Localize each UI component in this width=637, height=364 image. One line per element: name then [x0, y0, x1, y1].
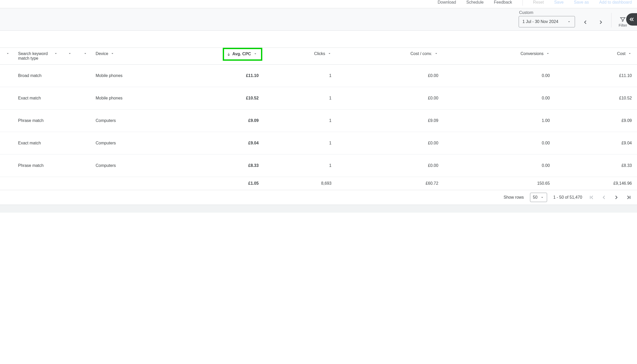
feedback-action[interactable]: Feedback: [494, 0, 512, 5]
divider: [611, 13, 611, 27]
caret-down-icon: [567, 20, 571, 24]
column-menu-1[interactable]: [6, 52, 10, 56]
caret-down-icon: [546, 51, 550, 56]
cell-conversions: 0.00: [441, 132, 552, 154]
cell-cost-conv: £0.00: [334, 132, 441, 154]
last-page-icon: [626, 194, 632, 200]
reset-action[interactable]: Reset: [533, 0, 544, 5]
save-as-action[interactable]: Save as: [574, 0, 589, 5]
date-range-label: Custom: [519, 10, 575, 15]
cell-match-type: Exact match: [16, 87, 62, 110]
download-action[interactable]: Download: [438, 0, 456, 5]
date-block: Custom 1 Jul - 30 Nov 2024: [519, 10, 575, 27]
last-page-button[interactable]: [626, 194, 632, 200]
cell-cost: £9.04: [552, 132, 637, 154]
caret-down-icon: [68, 51, 72, 56]
table-row[interactable]: Broad matchMobile phones£11.101£0.000.00…: [0, 65, 637, 87]
caret-down-icon: [6, 51, 10, 56]
caret-down-icon: [83, 51, 87, 56]
chevron-right-icon: [613, 194, 619, 200]
totals-clicks: 8,693: [261, 177, 334, 190]
column-menu-cost[interactable]: [628, 51, 632, 57]
first-page-icon: [588, 194, 595, 200]
col-header-clicks[interactable]: Clicks: [261, 48, 334, 65]
col-header-conversions[interactable]: Conversions: [441, 48, 552, 65]
report-table-wrap: Search keyword match type Devic: [0, 48, 637, 190]
col-header-device-label: Device: [96, 51, 108, 56]
cell-device: Computers: [93, 110, 137, 132]
cell-avg-cpc: £10.52: [137, 87, 261, 110]
date-next-button[interactable]: [596, 17, 606, 27]
col-header-match-type[interactable]: Search keyword match type: [16, 48, 62, 65]
rows-per-page-value: 50: [533, 195, 538, 200]
avg-cpc-highlight: Avg. CPC: [223, 48, 262, 61]
cell-cost: £8.33: [552, 154, 637, 177]
cell-clicks: 1: [261, 154, 334, 177]
cell-clicks: 1: [261, 65, 334, 87]
first-page-button[interactable]: [588, 194, 595, 200]
totals-cost: £9,146.96: [552, 177, 637, 190]
column-menu-3[interactable]: [83, 52, 87, 56]
column-menu-2[interactable]: [68, 52, 72, 56]
totals-avg-cpc: £1.05: [137, 177, 261, 190]
pagination-range: 1 - 50 of 51,470: [553, 195, 582, 200]
column-menu-device[interactable]: [110, 51, 114, 57]
table-row[interactable]: Phrase matchComputers£8.331£0.000.00£8.3…: [0, 154, 637, 177]
date-prev-button[interactable]: [580, 17, 590, 27]
bottom-strip: [0, 205, 637, 213]
col-header-cost[interactable]: Cost: [552, 48, 637, 65]
chevron-double-left-icon: [628, 16, 635, 22]
report-table: Search keyword match type Devic: [0, 48, 637, 190]
column-menu-cost-conv[interactable]: [434, 51, 438, 57]
schedule-action[interactable]: Schedule: [466, 0, 484, 5]
rows-per-page-select[interactable]: 50: [530, 193, 547, 202]
col-header-cost-conv[interactable]: Cost / conv.: [334, 48, 441, 65]
column-menu-match-type[interactable]: [54, 51, 58, 57]
cell-match-type: Phrase match: [16, 154, 62, 177]
date-filter-bar: Custom 1 Jul - 30 Nov 2024 Filter: [0, 8, 637, 31]
col-header-clicks-label: Clicks: [314, 51, 325, 56]
pagination-bar: Show rows 50 1 - 50 of 51,470: [0, 190, 637, 205]
cell-device: Computers: [93, 132, 137, 154]
next-page-button[interactable]: [613, 194, 619, 200]
chevron-left-icon: [582, 19, 588, 25]
save-action[interactable]: Save: [554, 0, 563, 5]
top-toolbar: Download Schedule Feedback Reset Save Sa…: [0, 0, 637, 8]
cell-cost: £9.09: [552, 110, 637, 132]
prev-page-button[interactable]: [601, 194, 607, 200]
col-header-avg-cpc[interactable]: Avg. CPC: [137, 48, 261, 65]
cell-match-type: Broad match: [16, 65, 62, 87]
table-row[interactable]: Exact matchMobile phones£10.521£0.000.00…: [0, 87, 637, 110]
cell-clicks: 1: [261, 132, 334, 154]
cell-avg-cpc: £9.04: [137, 132, 261, 154]
col-header-avg-cpc-label: Avg. CPC: [232, 52, 251, 56]
collapse-panel-button[interactable]: [626, 13, 637, 26]
date-range-picker[interactable]: 1 Jul - 30 Nov 2024: [519, 16, 575, 27]
cell-device: Mobile phones: [93, 87, 137, 110]
caret-down-icon: [327, 51, 332, 56]
cell-clicks: 1: [261, 110, 334, 132]
table-header-row: Search keyword match type Devic: [0, 48, 637, 65]
blank-strip: [0, 31, 637, 48]
filter-label: Filter: [619, 23, 627, 27]
cell-cost-conv: £0.00: [334, 87, 441, 110]
add-to-dashboard-action[interactable]: Add to dashboard: [599, 0, 632, 5]
column-menu-clicks[interactable]: [327, 51, 332, 57]
table-row[interactable]: Exact matchComputers£9.041£0.000.00£9.04: [0, 132, 637, 154]
cell-avg-cpc: £9.09: [137, 110, 261, 132]
column-menu-conversions[interactable]: [546, 51, 550, 57]
cell-conversions: 1.00: [441, 110, 552, 132]
caret-down-icon: [628, 51, 632, 56]
col-header-match-type-label: Search keyword match type: [18, 51, 52, 61]
column-menu-avg-cpc[interactable]: [253, 52, 257, 57]
table-row[interactable]: Phrase matchComputers£9.091£9.091.00£9.0…: [0, 110, 637, 132]
cell-conversions: 0.00: [441, 154, 552, 177]
cell-conversions: 0.00: [441, 87, 552, 110]
cell-cost-conv: £9.09: [334, 110, 441, 132]
sort-desc-icon: [227, 52, 231, 56]
cell-match-type: Phrase match: [16, 110, 62, 132]
cell-conversions: 0.00: [441, 65, 552, 87]
col-header-device[interactable]: Device: [93, 48, 137, 65]
cell-device: Mobile phones: [93, 65, 137, 87]
page-nav: [588, 194, 632, 200]
